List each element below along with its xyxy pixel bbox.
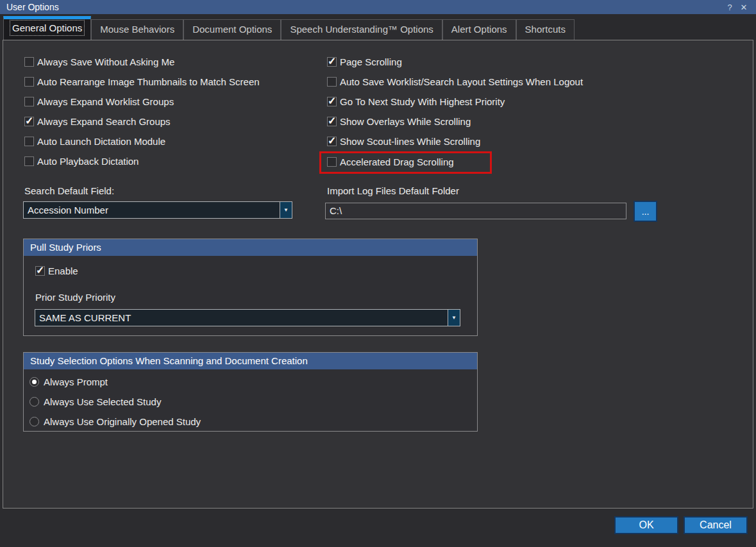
dropdown-value: SAME AS CURRENT bbox=[35, 310, 448, 326]
radio-always-use-originally-opened[interactable]: Always Use Originally Opened Study bbox=[29, 416, 201, 427]
dropdown-value: Accession Number bbox=[24, 202, 280, 218]
pull-study-priors-group: Pull Study Priors Enable Prior Study Pri… bbox=[23, 239, 478, 336]
checkbox-auto-playback-dictation[interactable]: Auto Playback Dictation bbox=[24, 155, 139, 167]
search-default-field-label: Search Default Field: bbox=[24, 185, 114, 196]
checkbox-box[interactable] bbox=[327, 57, 337, 67]
general-options-panel: Always Save Without Asking Me Auto Rearr… bbox=[3, 40, 753, 509]
checkbox-page-scrolling[interactable]: Page Scrolling bbox=[327, 56, 402, 67]
checkbox-show-scout-lines[interactable]: Show Scout-lines While Scrolling bbox=[327, 135, 480, 147]
radio-button[interactable] bbox=[29, 417, 39, 426]
checkbox-box[interactable] bbox=[327, 117, 337, 126]
search-default-field-dropdown[interactable]: Accession Number ▼ bbox=[23, 201, 292, 219]
prior-study-priority-dropdown[interactable]: SAME AS CURRENT ▼ bbox=[35, 309, 460, 326]
checkbox-auto-launch-dictation-module[interactable]: Auto Launch Dictation Module bbox=[24, 135, 165, 147]
checkbox-box[interactable] bbox=[24, 137, 34, 146]
window-title: User Options bbox=[5, 2, 723, 12]
checkbox-box[interactable] bbox=[327, 137, 337, 146]
checkbox-label: Always Expand Search Groups bbox=[37, 116, 171, 127]
tab-alert-options[interactable]: Alert Options bbox=[442, 19, 516, 40]
radio-always-use-selected-study[interactable]: Always Use Selected Study bbox=[29, 396, 161, 407]
checkbox-show-overlays-while-scrolling[interactable]: Show Overlays While Scrolling bbox=[327, 115, 471, 127]
tab-general-options[interactable]: General Options bbox=[3, 16, 91, 40]
tab-document-options[interactable]: Document Options bbox=[183, 19, 281, 40]
checkbox-always-save-without-asking[interactable]: Always Save Without Asking Me bbox=[24, 56, 174, 67]
highlight-annotation bbox=[319, 151, 492, 174]
checkbox-box[interactable] bbox=[24, 97, 34, 106]
checkbox-box[interactable] bbox=[327, 97, 337, 106]
import-log-folder-input[interactable]: C:\ bbox=[325, 203, 626, 219]
radio-label: Always Prompt bbox=[44, 376, 108, 387]
checkbox-label: Go To Next Study With Highest Priority bbox=[340, 96, 505, 107]
tab-speech-understanding-options[interactable]: Speech Understanding™ Options bbox=[281, 19, 442, 40]
chevron-down-icon[interactable]: ▼ bbox=[280, 202, 292, 218]
chevron-down-icon[interactable]: ▼ bbox=[448, 310, 460, 326]
group-header: Study Selection Options When Scanning an… bbox=[24, 353, 477, 369]
checkbox-auto-rearrange-thumbnails[interactable]: Auto Rearrange Image Thumbnails to Match… bbox=[24, 76, 260, 87]
checkbox-always-expand-search-groups[interactable]: Always Expand Search Groups bbox=[24, 115, 171, 127]
radio-label: Always Use Originally Opened Study bbox=[44, 416, 201, 427]
tab-shortcuts[interactable]: Shortcuts bbox=[516, 19, 575, 40]
checkbox-label: Show Overlays While Scrolling bbox=[340, 116, 471, 127]
browse-button[interactable]: ... bbox=[634, 201, 657, 222]
checkbox-always-expand-worklist-groups[interactable]: Always Expand Worklist Groups bbox=[24, 96, 174, 107]
checkbox-box[interactable] bbox=[35, 266, 45, 276]
checkbox-label: Auto Rearrange Image Thumbnails to Match… bbox=[37, 76, 260, 87]
checkbox-label: Show Scout-lines While Scrolling bbox=[340, 136, 480, 147]
radio-label: Always Use Selected Study bbox=[44, 396, 161, 407]
import-log-folder-label: Import Log Files Default Folder bbox=[327, 185, 459, 196]
prior-study-priority-label: Prior Study Priority bbox=[35, 292, 115, 303]
titlebar: User Options ? ✕ bbox=[0, 0, 756, 14]
checkbox-box[interactable] bbox=[24, 57, 34, 67]
checkbox-label: Auto Save Worklist/Search Layout Setting… bbox=[340, 76, 583, 87]
group-header: Pull Study Priors bbox=[24, 239, 477, 256]
checkbox-box[interactable] bbox=[24, 156, 34, 166]
checkbox-label: Always Expand Worklist Groups bbox=[37, 96, 174, 107]
checkbox-label: Auto Launch Dictation Module bbox=[37, 136, 165, 147]
radio-button[interactable] bbox=[29, 377, 39, 387]
checkbox-enable-pull-priors[interactable]: Enable bbox=[35, 265, 78, 276]
study-selection-group: Study Selection Options When Scanning an… bbox=[23, 352, 478, 432]
user-options-dialog: User Options ? ✕ General Options Mouse B… bbox=[0, 0, 756, 547]
checkbox-label: Page Scrolling bbox=[340, 56, 402, 67]
cancel-button[interactable]: Cancel bbox=[684, 516, 748, 534]
radio-always-prompt[interactable]: Always Prompt bbox=[29, 376, 108, 387]
checkbox-label: Auto Playback Dictation bbox=[37, 156, 139, 167]
checkbox-auto-save-worklist-layout[interactable]: Auto Save Worklist/Search Layout Setting… bbox=[327, 76, 583, 87]
radio-button[interactable] bbox=[29, 397, 39, 407]
tab-mouse-behaviors[interactable]: Mouse Behaviors bbox=[91, 19, 183, 40]
help-icon[interactable]: ? bbox=[723, 3, 737, 12]
tab-strip: General Options Mouse Behaviors Document… bbox=[0, 14, 756, 40]
close-icon[interactable]: ✕ bbox=[737, 3, 751, 12]
checkbox-go-to-next-study[interactable]: Go To Next Study With Highest Priority bbox=[327, 96, 505, 107]
ok-button[interactable]: OK bbox=[614, 516, 678, 534]
checkbox-box[interactable] bbox=[24, 77, 34, 87]
checkbox-box[interactable] bbox=[24, 117, 34, 126]
checkbox-label: Enable bbox=[48, 265, 78, 276]
checkbox-label: Always Save Without Asking Me bbox=[37, 56, 174, 67]
checkbox-box[interactable] bbox=[327, 77, 337, 87]
